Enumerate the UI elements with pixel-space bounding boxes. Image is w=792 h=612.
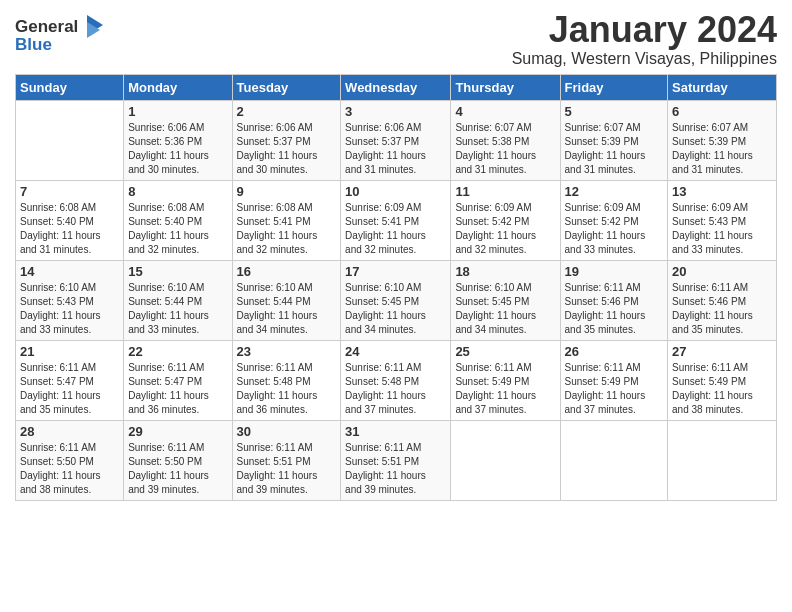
calendar-day-cell: 12Sunrise: 6:09 AMSunset: 5:42 PMDayligh…	[560, 180, 668, 260]
calendar-day-cell: 7Sunrise: 6:08 AMSunset: 5:40 PMDaylight…	[16, 180, 124, 260]
day-number: 1	[128, 104, 227, 119]
calendar-week-row: 14Sunrise: 6:10 AMSunset: 5:43 PMDayligh…	[16, 260, 777, 340]
day-number: 28	[20, 424, 119, 439]
day-number: 21	[20, 344, 119, 359]
day-info: Sunrise: 6:11 AMSunset: 5:46 PMDaylight:…	[672, 281, 772, 337]
logo: General Blue	[15, 10, 105, 59]
calendar-day-cell: 13Sunrise: 6:09 AMSunset: 5:43 PMDayligh…	[668, 180, 777, 260]
title-block: January 2024 Sumag, Western Visayas, Phi…	[512, 10, 777, 68]
calendar-day-cell: 9Sunrise: 6:08 AMSunset: 5:41 PMDaylight…	[232, 180, 341, 260]
calendar-day-cell: 18Sunrise: 6:10 AMSunset: 5:45 PMDayligh…	[451, 260, 560, 340]
day-number: 23	[237, 344, 337, 359]
calendar-day-cell: 27Sunrise: 6:11 AMSunset: 5:49 PMDayligh…	[668, 340, 777, 420]
calendar-header-row: SundayMondayTuesdayWednesdayThursdayFrid…	[16, 74, 777, 100]
calendar-day-cell: 16Sunrise: 6:10 AMSunset: 5:44 PMDayligh…	[232, 260, 341, 340]
calendar-day-cell: 31Sunrise: 6:11 AMSunset: 5:51 PMDayligh…	[341, 420, 451, 500]
day-number: 20	[672, 264, 772, 279]
svg-text:General: General	[15, 17, 78, 36]
calendar-day-cell: 25Sunrise: 6:11 AMSunset: 5:49 PMDayligh…	[451, 340, 560, 420]
calendar-day-cell: 21Sunrise: 6:11 AMSunset: 5:47 PMDayligh…	[16, 340, 124, 420]
calendar-day-cell: 10Sunrise: 6:09 AMSunset: 5:41 PMDayligh…	[341, 180, 451, 260]
calendar-day-cell: 29Sunrise: 6:11 AMSunset: 5:50 PMDayligh…	[124, 420, 232, 500]
day-info: Sunrise: 6:08 AMSunset: 5:40 PMDaylight:…	[20, 201, 119, 257]
day-info: Sunrise: 6:06 AMSunset: 5:36 PMDaylight:…	[128, 121, 227, 177]
calendar-day-cell: 11Sunrise: 6:09 AMSunset: 5:42 PMDayligh…	[451, 180, 560, 260]
calendar-day-cell	[668, 420, 777, 500]
day-number: 31	[345, 424, 446, 439]
calendar-table: SundayMondayTuesdayWednesdayThursdayFrid…	[15, 74, 777, 501]
day-info: Sunrise: 6:10 AMSunset: 5:45 PMDaylight:…	[345, 281, 446, 337]
calendar-day-cell	[560, 420, 668, 500]
calendar-day-cell: 2Sunrise: 6:06 AMSunset: 5:37 PMDaylight…	[232, 100, 341, 180]
day-info: Sunrise: 6:09 AMSunset: 5:42 PMDaylight:…	[565, 201, 664, 257]
day-number: 16	[237, 264, 337, 279]
header-row: General Blue January 2024 Sumag, Western…	[15, 10, 777, 68]
day-number: 3	[345, 104, 446, 119]
day-info: Sunrise: 6:08 AMSunset: 5:40 PMDaylight:…	[128, 201, 227, 257]
day-number: 17	[345, 264, 446, 279]
calendar-day-cell: 4Sunrise: 6:07 AMSunset: 5:38 PMDaylight…	[451, 100, 560, 180]
calendar-day-cell: 5Sunrise: 6:07 AMSunset: 5:39 PMDaylight…	[560, 100, 668, 180]
day-number: 19	[565, 264, 664, 279]
calendar-day-cell: 14Sunrise: 6:10 AMSunset: 5:43 PMDayligh…	[16, 260, 124, 340]
svg-text:Blue: Blue	[15, 35, 52, 54]
calendar-header-cell: Saturday	[668, 74, 777, 100]
day-info: Sunrise: 6:11 AMSunset: 5:51 PMDaylight:…	[345, 441, 446, 497]
day-info: Sunrise: 6:10 AMSunset: 5:43 PMDaylight:…	[20, 281, 119, 337]
day-info: Sunrise: 6:11 AMSunset: 5:47 PMDaylight:…	[20, 361, 119, 417]
day-number: 18	[455, 264, 555, 279]
calendar-week-row: 1Sunrise: 6:06 AMSunset: 5:36 PMDaylight…	[16, 100, 777, 180]
calendar-day-cell	[451, 420, 560, 500]
calendar-day-cell: 6Sunrise: 6:07 AMSunset: 5:39 PMDaylight…	[668, 100, 777, 180]
day-info: Sunrise: 6:06 AMSunset: 5:37 PMDaylight:…	[237, 121, 337, 177]
day-info: Sunrise: 6:10 AMSunset: 5:44 PMDaylight:…	[237, 281, 337, 337]
day-info: Sunrise: 6:11 AMSunset: 5:47 PMDaylight:…	[128, 361, 227, 417]
day-number: 5	[565, 104, 664, 119]
day-number: 4	[455, 104, 555, 119]
day-number: 14	[20, 264, 119, 279]
calendar-day-cell: 1Sunrise: 6:06 AMSunset: 5:36 PMDaylight…	[124, 100, 232, 180]
calendar-day-cell: 8Sunrise: 6:08 AMSunset: 5:40 PMDaylight…	[124, 180, 232, 260]
calendar-day-cell	[16, 100, 124, 180]
day-info: Sunrise: 6:08 AMSunset: 5:41 PMDaylight:…	[237, 201, 337, 257]
day-number: 24	[345, 344, 446, 359]
day-info: Sunrise: 6:09 AMSunset: 5:42 PMDaylight:…	[455, 201, 555, 257]
day-info: Sunrise: 6:07 AMSunset: 5:39 PMDaylight:…	[565, 121, 664, 177]
page-container: General Blue January 2024 Sumag, Western…	[0, 0, 792, 511]
day-number: 11	[455, 184, 555, 199]
day-info: Sunrise: 6:11 AMSunset: 5:50 PMDaylight:…	[20, 441, 119, 497]
calendar-week-row: 7Sunrise: 6:08 AMSunset: 5:40 PMDaylight…	[16, 180, 777, 260]
logo-text: General Blue	[15, 10, 105, 59]
day-number: 13	[672, 184, 772, 199]
day-number: 22	[128, 344, 227, 359]
day-info: Sunrise: 6:11 AMSunset: 5:51 PMDaylight:…	[237, 441, 337, 497]
calendar-day-cell: 23Sunrise: 6:11 AMSunset: 5:48 PMDayligh…	[232, 340, 341, 420]
day-info: Sunrise: 6:11 AMSunset: 5:46 PMDaylight:…	[565, 281, 664, 337]
day-info: Sunrise: 6:11 AMSunset: 5:50 PMDaylight:…	[128, 441, 227, 497]
day-number: 7	[20, 184, 119, 199]
calendar-day-cell: 15Sunrise: 6:10 AMSunset: 5:44 PMDayligh…	[124, 260, 232, 340]
day-number: 8	[128, 184, 227, 199]
day-number: 9	[237, 184, 337, 199]
day-info: Sunrise: 6:06 AMSunset: 5:37 PMDaylight:…	[345, 121, 446, 177]
calendar-day-cell: 17Sunrise: 6:10 AMSunset: 5:45 PMDayligh…	[341, 260, 451, 340]
calendar-header-cell: Friday	[560, 74, 668, 100]
calendar-header-cell: Wednesday	[341, 74, 451, 100]
day-number: 25	[455, 344, 555, 359]
day-number: 29	[128, 424, 227, 439]
day-info: Sunrise: 6:07 AMSunset: 5:38 PMDaylight:…	[455, 121, 555, 177]
calendar-day-cell: 30Sunrise: 6:11 AMSunset: 5:51 PMDayligh…	[232, 420, 341, 500]
calendar-day-cell: 26Sunrise: 6:11 AMSunset: 5:49 PMDayligh…	[560, 340, 668, 420]
day-info: Sunrise: 6:07 AMSunset: 5:39 PMDaylight:…	[672, 121, 772, 177]
day-info: Sunrise: 6:09 AMSunset: 5:43 PMDaylight:…	[672, 201, 772, 257]
day-info: Sunrise: 6:10 AMSunset: 5:45 PMDaylight:…	[455, 281, 555, 337]
calendar-week-row: 28Sunrise: 6:11 AMSunset: 5:50 PMDayligh…	[16, 420, 777, 500]
subtitle: Sumag, Western Visayas, Philippines	[512, 50, 777, 68]
day-number: 26	[565, 344, 664, 359]
day-info: Sunrise: 6:11 AMSunset: 5:49 PMDaylight:…	[565, 361, 664, 417]
calendar-header-cell: Sunday	[16, 74, 124, 100]
day-number: 15	[128, 264, 227, 279]
day-number: 30	[237, 424, 337, 439]
day-info: Sunrise: 6:11 AMSunset: 5:48 PMDaylight:…	[345, 361, 446, 417]
day-number: 6	[672, 104, 772, 119]
